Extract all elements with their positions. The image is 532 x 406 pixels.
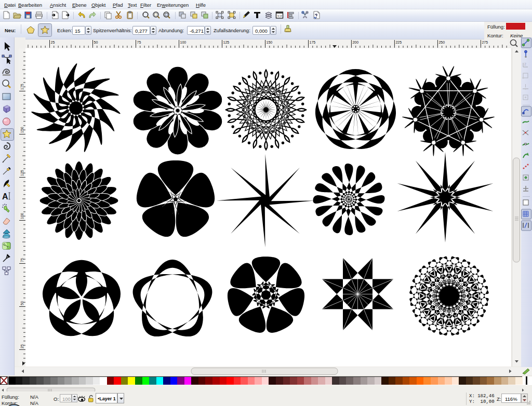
svg-text:25: 25 bbox=[51, 40, 55, 44]
svg-text:50: 50 bbox=[94, 40, 98, 44]
svg-text:125: 125 bbox=[223, 40, 230, 44]
svg-text:175: 175 bbox=[20, 84, 24, 90]
svg-text:100: 100 bbox=[180, 40, 187, 44]
svg-text:225: 225 bbox=[395, 40, 402, 44]
svg-text:25: 25 bbox=[20, 344, 24, 348]
svg-text:250: 250 bbox=[438, 40, 445, 44]
svg-text:75: 75 bbox=[20, 258, 24, 262]
svg-text:100: 100 bbox=[20, 213, 24, 219]
svg-text:175: 175 bbox=[310, 40, 316, 44]
svg-text:50: 50 bbox=[20, 301, 24, 305]
svg-text:125: 125 bbox=[20, 170, 24, 176]
svg-text:<>: <> bbox=[277, 13, 283, 18]
svg-text:2: 2 bbox=[524, 62, 526, 66]
svg-text:150: 150 bbox=[20, 127, 24, 133]
svg-text:150: 150 bbox=[267, 40, 273, 44]
svg-text:A: A bbox=[2, 192, 8, 201]
svg-text:75: 75 bbox=[137, 40, 141, 44]
svg-text:275: 275 bbox=[482, 40, 488, 44]
svg-text:200: 200 bbox=[352, 40, 358, 44]
